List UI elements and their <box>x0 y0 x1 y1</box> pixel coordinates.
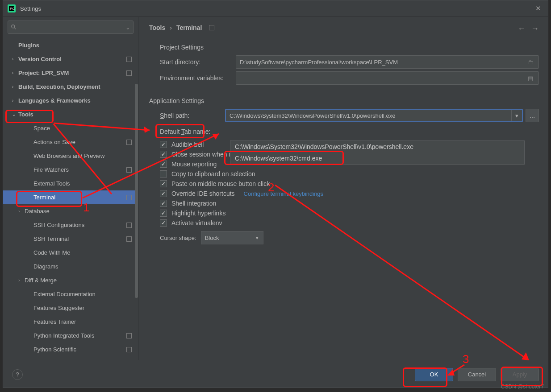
scope-icon <box>126 347 132 352</box>
search-icon <box>11 24 17 30</box>
help-button[interactable]: ? <box>12 369 23 380</box>
sidebar-item-project-lpr-svm[interactable]: ›Project: LPR_SVM <box>3 66 138 80</box>
paste-middle-checkbox[interactable] <box>160 180 167 187</box>
highlight-hyperlinks-label: Highlight hyperlinks <box>171 210 225 217</box>
ok-button[interactable]: OK <box>415 368 453 381</box>
app-logo-icon: PC <box>8 4 16 12</box>
list-icon[interactable]: ▤ <box>525 75 536 82</box>
shell-option-powershell[interactable]: C:\Windows\System32\WindowsPowerShell\v1… <box>230 141 524 153</box>
search-dropdown-icon[interactable]: ⌄ <box>125 24 130 31</box>
sidebar-item-label: Features Trainer <box>33 318 76 325</box>
cursor-shape-value: Block <box>205 235 219 241</box>
breadcrumb: Tools › Terminal <box>149 24 539 31</box>
sidebar-item-code-with-me[interactable]: Code With Me <box>3 246 138 260</box>
activate-venv-label: Activate virtualenv <box>171 219 222 227</box>
content-panel: Tools › Terminal ← → Project Settings St… <box>138 17 548 360</box>
shell-integration-label: Shell integration <box>171 200 216 207</box>
svg-point-3 <box>12 25 15 28</box>
sidebar-item-label: External Tools <box>33 180 70 187</box>
start-directory-label: Start directory: <box>160 58 236 66</box>
default-tab-name-label: Default Tab name: <box>160 128 225 135</box>
close-session-checkbox[interactable] <box>160 151 167 158</box>
sidebar-item-terminal[interactable]: Terminal <box>3 190 138 204</box>
shell-path-combo[interactable]: C:\Windows\System32\WindowsPowerShell\v1… <box>225 109 523 122</box>
sidebar-item-build-execution-deployment[interactable]: ›Build, Execution, Deployment <box>3 80 138 94</box>
sidebar-item-diff-merge[interactable]: ›Diff & Merge <box>3 273 138 287</box>
browse-button[interactable]: … <box>526 109 539 122</box>
watermark: CSDN @shooter7 <box>501 384 544 390</box>
paste-middle-label: Paste on middle mouse button click <box>171 180 270 187</box>
sidebar-item-web-browsers-and-preview[interactable]: Web Browsers and Preview <box>3 149 138 163</box>
scope-icon <box>126 167 132 173</box>
sidebar-item-features-trainer[interactable]: Features Trainer <box>3 315 138 329</box>
configure-keybindings-link[interactable]: Configure terminal keybindings <box>244 190 323 197</box>
sidebar-item-plugins[interactable]: Plugins <box>3 38 138 52</box>
scrollbar-thumb[interactable] <box>135 84 138 298</box>
sidebar-item-ssh-configurations[interactable]: SSH Configurations <box>3 218 138 232</box>
shell-path-value: C:\Windows\System32\WindowsPowerShell\v1… <box>230 112 395 119</box>
cursor-shape-label: Cursor shape: <box>160 235 196 241</box>
copy-clipboard-label: Copy to clipboard on selection <box>171 170 255 177</box>
sidebar-item-label: Tools <box>18 111 33 118</box>
nav-back-icon[interactable]: ← <box>518 24 526 33</box>
shell-integration-checkbox[interactable] <box>160 200 167 207</box>
sidebar-item-languages-frameworks[interactable]: ›Languages & Frameworks <box>3 94 138 107</box>
sidebar-item-label: Space <box>33 125 50 132</box>
env-vars-label: Environment variables: <box>160 74 236 82</box>
shell-path-label: Shell path: <box>160 112 225 119</box>
sidebar-item-external-documentation[interactable]: External Documentation <box>3 287 138 301</box>
sidebar-item-label: Database <box>25 208 50 215</box>
search-input[interactable]: ⌄ <box>8 21 134 34</box>
sidebar-item-label: Python Scientific <box>33 346 76 353</box>
sidebar-item-version-control[interactable]: ›Version Control <box>3 52 138 66</box>
sidebar-item-ssh-terminal[interactable]: SSH Terminal <box>3 232 138 246</box>
section-project-settings: Project Settings <box>160 44 539 51</box>
env-vars-input[interactable]: ▤ <box>236 71 539 85</box>
chevron-icon: › <box>18 278 25 283</box>
chevron-right-icon: › <box>170 24 172 31</box>
nav-forward-icon[interactable]: → <box>531 24 539 33</box>
chevron-icon: › <box>18 209 25 214</box>
shell-option-cmd[interactable]: C:\Windows\system32\cmd.exe <box>230 153 524 164</box>
sidebar-item-space[interactable]: Space <box>3 121 138 135</box>
scope-icon <box>126 70 132 76</box>
sidebar-item-label: Terminal <box>33 194 55 201</box>
sidebar-item-python-scientific[interactable]: Python Scientific <box>3 342 138 356</box>
chevron-icon: › <box>12 84 18 89</box>
sidebar-item-label: Languages & Frameworks <box>18 97 91 104</box>
cancel-button[interactable]: Cancel <box>458 368 496 381</box>
apply-button[interactable]: Apply <box>501 368 539 381</box>
highlight-hyperlinks-checkbox[interactable] <box>160 210 167 217</box>
folder-icon[interactable]: 🗀 <box>525 59 536 66</box>
breadcrumb-parent[interactable]: Tools <box>149 24 165 31</box>
start-directory-input[interactable]: D:\studySoftware\pycharmProfessional\wor… <box>236 55 539 69</box>
copy-clipboard-checkbox[interactable] <box>160 170 167 177</box>
chevron-down-icon[interactable]: ▾ <box>511 110 522 121</box>
titlebar: PC Settings ✕ <box>3 0 548 17</box>
sidebar-item-diagrams[interactable]: Diagrams <box>3 260 138 273</box>
dialog-footer: ? OK Cancel Apply <box>3 361 548 388</box>
sidebar-item-features-suggester[interactable]: Features Suggester <box>3 301 138 315</box>
window-title: Settings <box>20 5 533 12</box>
sidebar-item-label: Diagrams <box>33 263 58 270</box>
scope-icon <box>126 236 132 242</box>
close-icon[interactable]: ✕ <box>533 4 543 12</box>
sidebar-item-database[interactable]: ›Database <box>3 204 138 218</box>
activate-venv-checkbox[interactable] <box>160 219 167 227</box>
mouse-reporting-checkbox[interactable] <box>160 161 167 168</box>
sidebar-item-label: External Documentation <box>33 291 96 297</box>
sidebar-item-tools[interactable]: ⌄Tools <box>3 107 138 121</box>
override-shortcuts-checkbox[interactable] <box>160 190 167 197</box>
sidebar: ⌄ Plugins›Version Control›Project: LPR_S… <box>3 17 138 360</box>
audible-bell-checkbox[interactable] <box>160 141 167 148</box>
chevron-icon: › <box>12 70 18 75</box>
sidebar-item-file-watchers[interactable]: File Watchers <box>3 163 138 177</box>
sidebar-item-python-integrated-tools[interactable]: Python Integrated Tools <box>3 329 138 342</box>
section-application-settings: Application Settings <box>149 97 539 104</box>
start-directory-value: D:\studySoftware\pycharmProfessional\wor… <box>240 59 398 66</box>
sidebar-item-actions-on-save[interactable]: Actions on Save <box>3 135 138 149</box>
sidebar-item-label: SSH Terminal <box>33 235 69 242</box>
sidebar-item-external-tools[interactable]: External Tools <box>3 177 138 190</box>
cursor-shape-select[interactable]: Block ▼ <box>201 231 263 244</box>
audible-bell-label: Audible bell <box>171 141 204 148</box>
